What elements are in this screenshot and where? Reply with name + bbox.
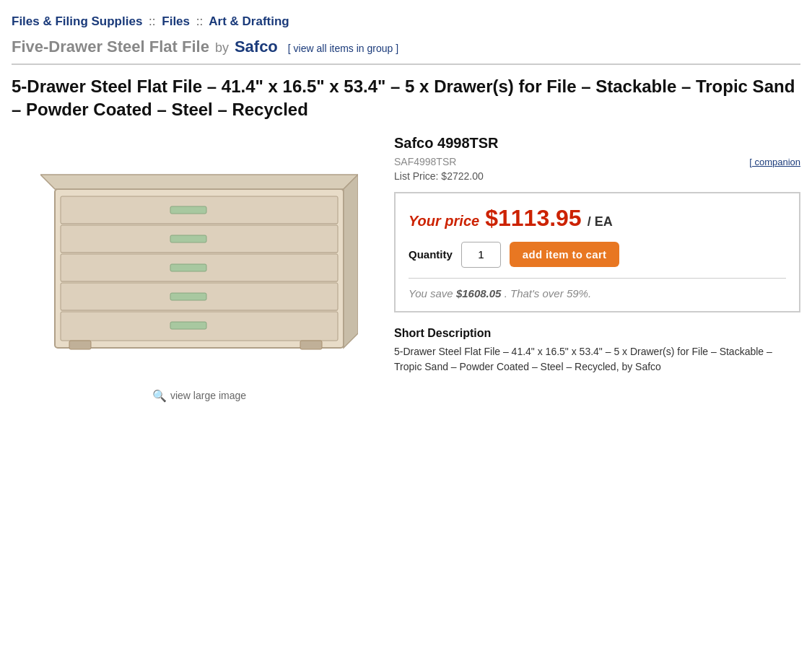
group-name: Five-Drawer Steel Flat File xyxy=(12,38,209,56)
product-title: 5-Drawer Steel Flat File – 41.4" x 16.5"… xyxy=(12,75,800,122)
view-large-image-link[interactable]: 🔍 view large image xyxy=(152,389,246,403)
product-info-column: Safco 4998TSR SAF4998TSR [ companion Lis… xyxy=(387,135,800,403)
breadcrumb: Files & Filing Supplies :: Files :: Art … xyxy=(12,13,800,30)
svg-rect-16 xyxy=(170,322,206,329)
breadcrumb-part2[interactable]: Files xyxy=(162,14,190,28)
group-title-line: Five-Drawer Steel Flat File by Safco [ v… xyxy=(12,38,800,56)
product-image-column: 🔍 view large image xyxy=(12,135,387,403)
svg-rect-10 xyxy=(170,264,206,271)
quantity-cart-line: Quantity add item to cart xyxy=(409,242,786,268)
svg-rect-13 xyxy=(170,293,206,300)
short-desc-heading: Short Description xyxy=(394,327,800,340)
your-price-label: Your price xyxy=(409,213,479,229)
list-price-value: $2722.00 xyxy=(441,170,483,182)
add-to-cart-button[interactable]: add item to cart xyxy=(510,242,620,267)
companion-link[interactable]: [ companion xyxy=(749,157,800,167)
svg-rect-4 xyxy=(170,206,206,214)
savings-amount: $1608.05 xyxy=(456,287,502,299)
svg-marker-2 xyxy=(344,175,358,348)
group-by-label: by xyxy=(215,40,229,56)
product-image-container[interactable] xyxy=(26,135,372,380)
short-desc-text: 5-Drawer Steel Flat File – 41.4" x 16.5"… xyxy=(394,344,800,375)
product-sku: SAF4998TSR xyxy=(394,156,456,167)
per-unit: / EA xyxy=(588,214,613,229)
magnifier-icon: 🔍 xyxy=(152,389,167,403)
list-price-label: List Price: xyxy=(394,170,438,182)
savings-sep: . xyxy=(505,287,507,299)
savings-pct: That's over 59%. xyxy=(510,287,591,299)
product-model-name: Safco 4998TSR xyxy=(394,135,800,152)
svg-marker-1 xyxy=(40,175,358,189)
short-description-section: Short Description 5-Drawer Steel Flat Fi… xyxy=(394,327,800,375)
svg-rect-18 xyxy=(300,341,322,349)
price-box: Your price $1113.95 / EA Quantity add it… xyxy=(394,192,800,312)
savings-line: You save $1608.05 . That's over 59%. xyxy=(409,287,786,299)
quantity-input[interactable] xyxy=(461,242,501,268)
view-all-items-link[interactable]: [ view all items in group ] xyxy=(288,43,398,54)
breadcrumb-sep1: :: xyxy=(149,14,155,28)
view-large-image-label: view large image xyxy=(170,390,246,401)
breadcrumb-part3[interactable]: Art & Drafting xyxy=(209,14,289,28)
price-divider xyxy=(409,278,786,279)
breadcrumb-part1[interactable]: Files & Filing Supplies xyxy=(12,14,142,28)
svg-rect-7 xyxy=(170,235,206,242)
savings-label: You save xyxy=(409,287,453,299)
page-wrapper: Files & Filing Supplies :: Files :: Art … xyxy=(0,0,812,417)
breadcrumb-sep2: :: xyxy=(196,14,203,28)
your-price-line: Your price $1113.95 / EA xyxy=(409,205,786,232)
svg-rect-17 xyxy=(69,341,91,349)
group-brand: Safco xyxy=(235,38,278,56)
your-price-value: $1113.95 xyxy=(485,205,581,232)
product-sku-line: SAF4998TSR [ companion xyxy=(394,156,800,167)
section-divider xyxy=(12,64,800,65)
list-price-line: List Price: $2722.00 xyxy=(394,170,800,182)
product-image-svg xyxy=(40,146,358,370)
product-layout: 🔍 view large image Safco 4998TSR SAF4998… xyxy=(12,135,800,403)
quantity-label: Quantity xyxy=(409,248,453,261)
